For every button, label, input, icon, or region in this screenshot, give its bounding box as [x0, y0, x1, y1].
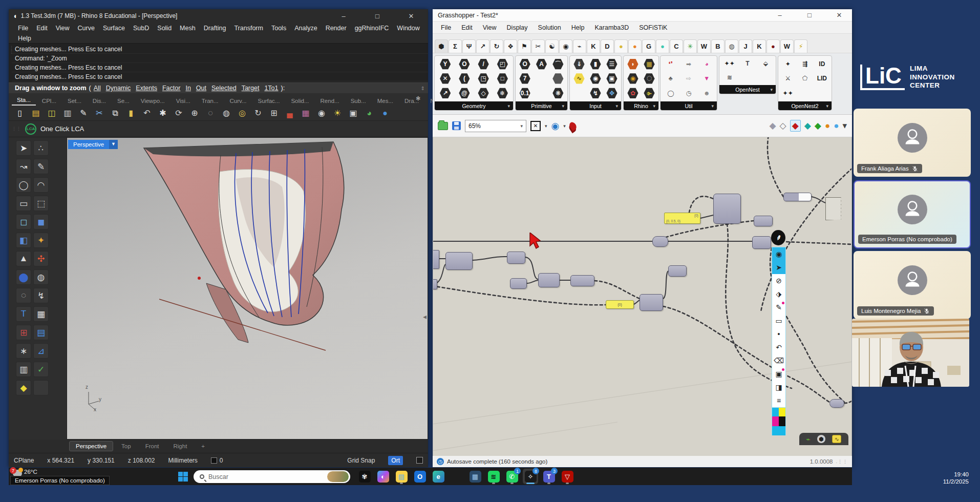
taskbar-app-copilot[interactable]: ◐ [375, 469, 391, 484]
taskbar-app-teams[interactable]: T 3 [541, 469, 557, 484]
new-file-icon[interactable]: ▯ [13, 107, 27, 120]
rhino-menu-item[interactable]: File [14, 25, 32, 32]
participant-tile[interactable]: Luis Montenegro Mejia [854, 251, 971, 319]
toolbar-tab[interactable]: Tran... [197, 96, 224, 106]
category-tab[interactable]: ↻ [490, 39, 503, 53]
toolbar-tab[interactable]: Surfac... [253, 96, 285, 106]
category-tab[interactable]: W [780, 39, 794, 53]
render-sphere-icon[interactable]: ● [378, 107, 392, 120]
grasshopper-menu-item[interactable]: Edit [456, 24, 478, 31]
component-icon[interactable]: ✦✦ [724, 58, 735, 69]
rhino-menu-item[interactable]: View [52, 25, 74, 32]
component-icon[interactable]: A [536, 58, 547, 70]
rhino-menu-item[interactable]: Tools [267, 25, 290, 32]
category-tab[interactable]: ⚑ [518, 39, 531, 53]
light-icon[interactable]: ☀ [330, 107, 345, 120]
toolbar-tab[interactable]: Viewpo... [136, 96, 170, 106]
side-toolbar-icon[interactable]: ✎ [33, 159, 49, 174]
component-icon[interactable]: ➡ [683, 58, 694, 70]
palette-group-label[interactable]: Primitive▾ [516, 101, 567, 110]
component-icon[interactable]: ❄ [497, 88, 508, 99]
preview-off-gem-icon[interactable]: ◆ [770, 120, 776, 131]
status-checkbox[interactable] [416, 457, 423, 464]
palette-group-label[interactable]: Input▾ [570, 101, 621, 110]
open-file-icon[interactable]: ▤ [29, 107, 43, 120]
side-toolbar-icon[interactable]: T [16, 306, 31, 322]
rhino-menu-item[interactable]: Window [393, 25, 423, 32]
prompt-option[interactable]: Target [242, 85, 260, 92]
prompt-option[interactable]: Selected [211, 85, 237, 92]
side-toolbar-icon[interactable]: ∴ [33, 140, 49, 156]
category-tab[interactable]: B [711, 39, 725, 53]
taskbar-app-edge[interactable]: e [431, 469, 446, 484]
palette-group-label[interactable]: OpenNest2▾ [778, 101, 832, 110]
side-toolbar-icon[interactable]: ✦ [33, 233, 49, 248]
viewport-tab[interactable]: Right [167, 442, 193, 451]
component-icon[interactable]: LID [816, 73, 827, 84]
component-icon[interactable]: ✥ [606, 88, 617, 99]
clipboard-icon[interactable]: ≡ [772, 394, 785, 407]
component-icon[interactable]: ◳ [478, 73, 489, 84]
category-tab[interactable]: ● [628, 39, 642, 53]
lock-icon[interactable]: ▣ [346, 107, 360, 120]
toolbar-tab[interactable]: Sta... [12, 95, 36, 106]
blue-sphere-icon[interactable]: ● [834, 121, 839, 131]
category-tab[interactable]: ↗ [476, 39, 489, 53]
toolbar-tab[interactable]: Set... [62, 96, 87, 106]
undo-icon[interactable]: ↶ [140, 107, 154, 120]
toolbar-tab[interactable]: Curv... [225, 96, 252, 106]
component-icon[interactable]: 7 [519, 73, 530, 84]
minimize-button[interactable]: – [772, 11, 787, 19]
side-toolbar-icon[interactable] [33, 380, 49, 395]
component-icon[interactable]: O [519, 58, 530, 70]
gh-node[interactable] [652, 236, 668, 247]
sketch-pen-icon[interactable]: ✒ [771, 230, 785, 245]
gh-node[interactable]: {0} [606, 300, 634, 309]
category-tab[interactable]: ✂ [531, 39, 545, 53]
grasshopper-title-bar[interactable]: Grasshopper - Test2* – □ ✕ [433, 9, 852, 22]
minimize-button[interactable]: – [336, 12, 351, 20]
category-tab[interactable]: G [642, 39, 655, 53]
category-tab[interactable]: D [601, 39, 614, 53]
component-icon[interactable]: 0.1 [519, 88, 530, 99]
prompt-option[interactable]: In [185, 85, 190, 92]
prompt-option[interactable]: Factor [162, 85, 180, 92]
gh-node[interactable] [507, 252, 525, 264]
gh-node[interactable] [713, 194, 741, 224]
component-icon[interactable] [573, 88, 585, 99]
category-tab[interactable]: Ψ [462, 39, 476, 53]
chevron-down-icon[interactable]: ▾ [563, 123, 566, 129]
close-button[interactable]: ✕ [832, 11, 847, 19]
grasshopper-menu-item[interactable]: Solution [533, 24, 566, 31]
rotate-view-icon[interactable]: ⟳ [172, 107, 186, 120]
zoom-extents-icon[interactable]: ✕ [530, 121, 541, 131]
side-toolbar-icon[interactable]: ◌ [16, 288, 31, 303]
gh-node[interactable] [570, 275, 594, 286]
zoom-selected-icon[interactable]: ◍ [219, 107, 233, 120]
grasshopper-menu-item[interactable]: SOFiSTiK [634, 24, 672, 31]
side-toolbar-icon[interactable]: ✓ [33, 362, 49, 377]
side-toolbar-icon[interactable]: ▤ [33, 325, 49, 340]
maximize-button[interactable]: □ [802, 11, 817, 19]
component-icon[interactable]: ❛❜ [665, 58, 676, 70]
sketch-pencil-icon[interactable]: ✎ [772, 301, 785, 314]
component-icon[interactable]: ⚔ [782, 73, 794, 84]
palette-group-label[interactable]: OpenNest▾ [719, 85, 776, 94]
rhino-title-bar[interactable]: ◖ 1.3 Test.3dm (7 MB) - Rhino 8 Educatio… [9, 9, 428, 23]
side-toolbar-icon[interactable]: ⬤ [16, 269, 31, 285]
side-toolbar-icon[interactable]: ◧ [16, 233, 31, 248]
gh-node[interactable] [752, 236, 771, 249]
taskbar-app-explorer[interactable]: ▤ [394, 469, 409, 484]
side-toolbar-icon[interactable]: ⊞ [16, 325, 31, 340]
category-tab[interactable]: J [739, 39, 752, 53]
viewport-title-chip[interactable]: Perspective ▼ [68, 140, 118, 149]
component-icon[interactable]: ◇ [478, 88, 489, 99]
grasshopper-canvas[interactable]: {0}{0}{0, 0.5, 0} ✒ ◉➤⊘⬗✎▭•↶⌫▣◨≡ ⌁ ⬢ ∿ [433, 137, 852, 456]
category-tab[interactable]: C [670, 39, 683, 53]
side-toolbar-icon[interactable]: ∗ [16, 343, 31, 359]
palette-group-label[interactable]: Util▾ [661, 101, 717, 110]
side-toolbar-icon[interactable]: ↝ [16, 159, 31, 174]
prompt-option[interactable]: Dynamic [106, 85, 131, 92]
zoom-window-icon[interactable]: ◌ [203, 107, 218, 120]
rhino-menu-item[interactable]: Render [322, 25, 351, 32]
